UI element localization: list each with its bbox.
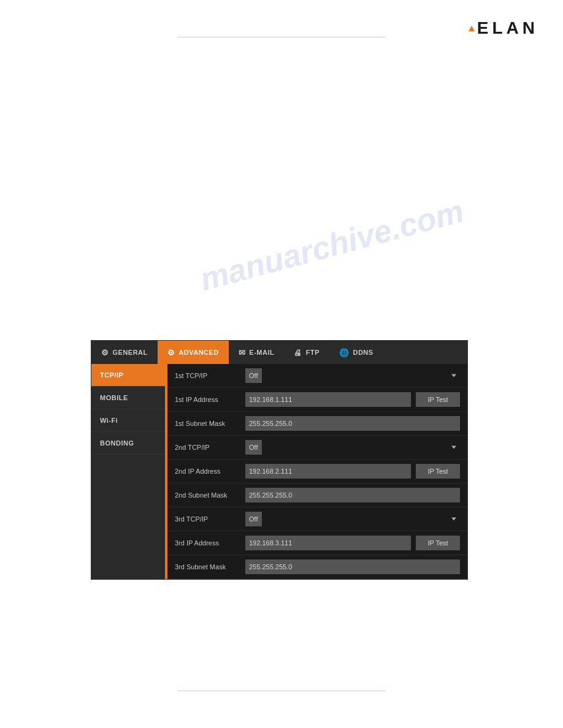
ddns-icon: 🌐 xyxy=(339,348,350,357)
tab-ddns[interactable]: 🌐 DDNS xyxy=(329,341,383,364)
input-ip-2[interactable] xyxy=(245,464,411,479)
input-mask-2[interactable] xyxy=(245,488,460,502)
tab-email[interactable]: ✉ E-MAIL xyxy=(229,341,284,364)
label-mask-2: 2nd Subnet Mask xyxy=(175,491,245,499)
select-tcpip-2[interactable]: Off On xyxy=(245,440,262,455)
general-icon: ⚙ xyxy=(101,348,109,357)
advanced-icon: ⚙ xyxy=(167,348,175,357)
tab-email-label: E-MAIL xyxy=(249,349,274,356)
tab-general[interactable]: ⚙ GENERAL xyxy=(91,341,158,364)
label-ip-3: 3rd IP Address xyxy=(175,539,245,547)
row-tcpip-2: 2nd TCP/IP Off On xyxy=(167,436,467,460)
ip-test-button-1[interactable]: IP Test xyxy=(416,392,460,407)
sidebar-item-tcpip[interactable]: TCP/IP xyxy=(91,364,165,387)
label-tcpip-3: 3rd TCP/IP xyxy=(175,515,245,523)
ftp-icon: 🖨 xyxy=(294,348,302,357)
label-mask-3: 3rd Subnet Mask xyxy=(175,563,245,571)
input-mask-1[interactable] xyxy=(245,416,460,431)
logo-area: ELAN xyxy=(469,18,538,38)
chevron-down-icon xyxy=(451,374,456,377)
tab-ftp[interactable]: 🖨 FTP xyxy=(284,341,329,364)
select-tcpip-3[interactable]: Off On xyxy=(245,512,262,526)
tab-general-label: GENERAL xyxy=(113,349,148,356)
select-wrapper-tcpip-1: Off On xyxy=(245,368,460,383)
tab-advanced-label: ADVANCED xyxy=(178,349,219,356)
top-divider xyxy=(177,37,386,37)
email-icon: ✉ xyxy=(239,348,246,357)
row-tcpip-3: 3rd TCP/IP Off On xyxy=(167,507,467,531)
logo-triangle-icon xyxy=(469,26,475,31)
logo-text: ELAN xyxy=(477,18,538,38)
nav-tabs: ⚙ GENERAL ⚙ ADVANCED ✉ E-MAIL 🖨 FTP 🌐 DD… xyxy=(91,341,467,364)
tab-advanced[interactable]: ⚙ ADVANCED xyxy=(158,341,229,364)
bottom-divider xyxy=(177,691,386,691)
input-ip-3[interactable] xyxy=(245,536,411,550)
label-mask-1: 1st Subnet Mask xyxy=(175,420,245,427)
select-tcpip-1[interactable]: Off On xyxy=(245,368,262,383)
main-panel: ⚙ GENERAL ⚙ ADVANCED ✉ E-MAIL 🖨 FTP 🌐 DD… xyxy=(91,340,468,580)
ip-test-button-3[interactable]: IP Test xyxy=(416,536,460,550)
form-content: 1st TCP/IP Off On 1st IP Address IP Test… xyxy=(167,364,467,579)
tab-ftp-label: FTP xyxy=(306,349,320,356)
select-wrapper-tcpip-3: Off On xyxy=(245,512,460,526)
label-ip-2: 2nd IP Address xyxy=(175,468,245,475)
label-tcpip-2: 2nd TCP/IP xyxy=(175,444,245,451)
row-ip-1: 1st IP Address IP Test xyxy=(167,388,467,412)
row-mask-1: 1st Subnet Mask xyxy=(167,412,467,436)
sidebar-item-mobile[interactable]: MOBILE xyxy=(91,387,165,409)
row-mask-3: 3rd Subnet Mask xyxy=(167,555,467,579)
row-tcpip-1: 1st TCP/IP Off On xyxy=(167,364,467,388)
watermark: manuarchive.com xyxy=(196,192,468,298)
row-ip-3: 3rd IP Address IP Test xyxy=(167,531,467,555)
sidebar-item-wifi[interactable]: Wi-Fi xyxy=(91,409,165,432)
sidebar-item-bonding[interactable]: BONDING xyxy=(91,432,165,455)
input-ip-1[interactable] xyxy=(245,392,411,407)
select-wrapper-tcpip-2: Off On xyxy=(245,440,460,455)
input-mask-3[interactable] xyxy=(245,559,460,574)
chevron-down-icon-2 xyxy=(451,446,456,449)
ip-test-button-2[interactable]: IP Test xyxy=(416,464,460,479)
tab-ddns-label: DDNS xyxy=(353,349,373,356)
row-mask-2: 2nd Subnet Mask xyxy=(167,483,467,507)
sidebar: TCP/IP MOBILE Wi-Fi BONDING xyxy=(91,364,165,579)
row-ip-2: 2nd IP Address IP Test xyxy=(167,460,467,483)
content-area: TCP/IP MOBILE Wi-Fi BONDING 1st TCP/IP O… xyxy=(91,364,467,579)
label-ip-1: 1st IP Address xyxy=(175,396,245,403)
chevron-down-icon-3 xyxy=(451,518,456,521)
label-tcpip-1: 1st TCP/IP xyxy=(175,372,245,379)
